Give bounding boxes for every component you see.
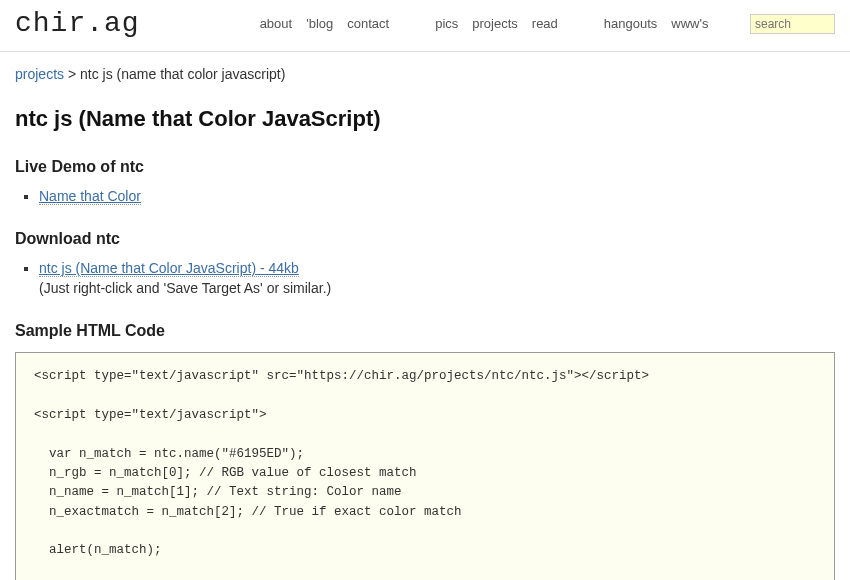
breadcrumb-sep: > (64, 66, 80, 82)
site-logo[interactable]: chir.ag (15, 8, 140, 39)
nav-wwws[interactable]: www's (671, 16, 708, 31)
nav-blog[interactable]: 'blog (306, 16, 333, 31)
page-title: ntc js (Name that Color JavaScript) (15, 106, 835, 132)
download-list: ntc js (Name that Color JavaScript) - 44… (39, 260, 835, 296)
code-block: <script type="text/javascript" src="http… (15, 352, 835, 580)
nav-hangouts[interactable]: hangouts (604, 16, 658, 31)
heading-sample-code: Sample HTML Code (15, 322, 835, 340)
nav-contact[interactable]: contact (347, 16, 389, 31)
search-input[interactable] (750, 14, 835, 34)
top-nav: about 'blog contact pics projects read h… (260, 16, 750, 31)
heading-live-demo: Live Demo of ntc (15, 158, 835, 176)
breadcrumb: projects > ntc js (name that color javas… (0, 52, 850, 82)
demo-list: Name that Color (39, 188, 835, 204)
main-content: ntc js (Name that Color JavaScript) Live… (0, 106, 850, 580)
breadcrumb-projects[interactable]: projects (15, 66, 64, 82)
header: chir.ag about 'blog contact pics project… (0, 0, 850, 52)
download-note: (Just right-click and 'Save Target As' o… (39, 280, 835, 296)
nav-pics[interactable]: pics (435, 16, 458, 31)
breadcrumb-current: ntc js (name that color javascript) (80, 66, 285, 82)
nav-projects[interactable]: projects (472, 16, 518, 31)
link-download-ntc[interactable]: ntc js (Name that Color JavaScript) - 44… (39, 260, 299, 277)
link-name-that-color[interactable]: Name that Color (39, 188, 141, 205)
nav-read[interactable]: read (532, 16, 558, 31)
nav-about[interactable]: about (260, 16, 293, 31)
heading-download: Download ntc (15, 230, 835, 248)
list-item: ntc js (Name that Color JavaScript) - 44… (39, 260, 835, 296)
list-item: Name that Color (39, 188, 835, 204)
